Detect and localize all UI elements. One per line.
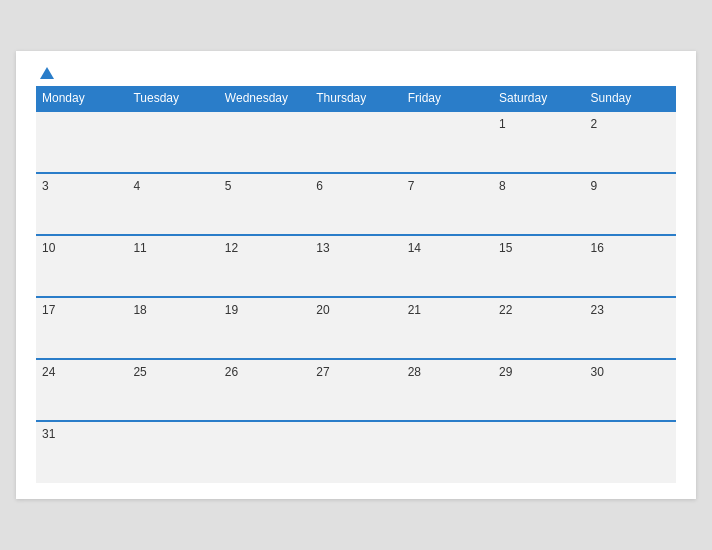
empty-cell	[402, 421, 493, 483]
day-number: 5	[225, 179, 232, 193]
day-cell-17: 17	[36, 297, 127, 359]
empty-cell	[219, 421, 310, 483]
logo-triangle-icon	[40, 67, 54, 79]
day-number: 1	[499, 117, 506, 131]
weekday-header-tuesday: Tuesday	[127, 86, 218, 111]
calendar-container: MondayTuesdayWednesdayThursdayFridaySatu…	[16, 51, 696, 499]
day-cell-23: 23	[585, 297, 676, 359]
weekday-header-sunday: Sunday	[585, 86, 676, 111]
day-number: 29	[499, 365, 512, 379]
day-number: 24	[42, 365, 55, 379]
day-number: 21	[408, 303, 421, 317]
logo	[36, 67, 54, 78]
day-cell-25: 25	[127, 359, 218, 421]
calendar-grid: MondayTuesdayWednesdayThursdayFridaySatu…	[36, 86, 676, 483]
day-number: 31	[42, 427, 55, 441]
day-number: 12	[225, 241, 238, 255]
day-number: 16	[591, 241, 604, 255]
day-cell-28: 28	[402, 359, 493, 421]
day-cell-8: 8	[493, 173, 584, 235]
day-number: 19	[225, 303, 238, 317]
week-row-0: 12	[36, 111, 676, 173]
day-cell-11: 11	[127, 235, 218, 297]
empty-cell	[402, 111, 493, 173]
day-cell-21: 21	[402, 297, 493, 359]
day-number: 17	[42, 303, 55, 317]
day-cell-19: 19	[219, 297, 310, 359]
weekday-header-wednesday: Wednesday	[219, 86, 310, 111]
empty-cell	[36, 111, 127, 173]
calendar-header	[36, 67, 676, 78]
day-cell-7: 7	[402, 173, 493, 235]
day-number: 8	[499, 179, 506, 193]
day-number: 9	[591, 179, 598, 193]
day-number: 22	[499, 303, 512, 317]
day-cell-4: 4	[127, 173, 218, 235]
day-cell-24: 24	[36, 359, 127, 421]
week-row-4: 24252627282930	[36, 359, 676, 421]
weekday-header-thursday: Thursday	[310, 86, 401, 111]
day-cell-6: 6	[310, 173, 401, 235]
day-cell-29: 29	[493, 359, 584, 421]
calendar-thead: MondayTuesdayWednesdayThursdayFridaySatu…	[36, 86, 676, 111]
logo-blue-row	[36, 67, 54, 78]
empty-cell	[585, 421, 676, 483]
weekday-header-friday: Friday	[402, 86, 493, 111]
day-number: 13	[316, 241, 329, 255]
empty-cell	[127, 421, 218, 483]
day-cell-2: 2	[585, 111, 676, 173]
week-row-3: 17181920212223	[36, 297, 676, 359]
day-number: 18	[133, 303, 146, 317]
day-cell-31: 31	[36, 421, 127, 483]
day-number: 10	[42, 241, 55, 255]
day-number: 14	[408, 241, 421, 255]
day-cell-22: 22	[493, 297, 584, 359]
day-cell-18: 18	[127, 297, 218, 359]
day-cell-13: 13	[310, 235, 401, 297]
day-number: 30	[591, 365, 604, 379]
day-cell-27: 27	[310, 359, 401, 421]
day-number: 2	[591, 117, 598, 131]
week-row-2: 10111213141516	[36, 235, 676, 297]
day-number: 3	[42, 179, 49, 193]
day-cell-16: 16	[585, 235, 676, 297]
empty-cell	[219, 111, 310, 173]
day-cell-20: 20	[310, 297, 401, 359]
day-cell-10: 10	[36, 235, 127, 297]
weekday-header-row: MondayTuesdayWednesdayThursdayFridaySatu…	[36, 86, 676, 111]
day-cell-5: 5	[219, 173, 310, 235]
day-number: 7	[408, 179, 415, 193]
calendar-body: 1234567891011121314151617181920212223242…	[36, 111, 676, 483]
day-number: 25	[133, 365, 146, 379]
week-row-5: 31	[36, 421, 676, 483]
day-number: 6	[316, 179, 323, 193]
day-number: 15	[499, 241, 512, 255]
day-number: 28	[408, 365, 421, 379]
weekday-header-saturday: Saturday	[493, 86, 584, 111]
day-number: 4	[133, 179, 140, 193]
day-cell-15: 15	[493, 235, 584, 297]
week-row-1: 3456789	[36, 173, 676, 235]
day-number: 11	[133, 241, 146, 255]
day-number: 23	[591, 303, 604, 317]
empty-cell	[310, 111, 401, 173]
day-cell-14: 14	[402, 235, 493, 297]
empty-cell	[310, 421, 401, 483]
day-cell-3: 3	[36, 173, 127, 235]
day-cell-30: 30	[585, 359, 676, 421]
empty-cell	[127, 111, 218, 173]
weekday-header-monday: Monday	[36, 86, 127, 111]
day-cell-9: 9	[585, 173, 676, 235]
day-number: 26	[225, 365, 238, 379]
empty-cell	[493, 421, 584, 483]
day-number: 27	[316, 365, 329, 379]
day-number: 20	[316, 303, 329, 317]
day-cell-26: 26	[219, 359, 310, 421]
day-cell-1: 1	[493, 111, 584, 173]
day-cell-12: 12	[219, 235, 310, 297]
